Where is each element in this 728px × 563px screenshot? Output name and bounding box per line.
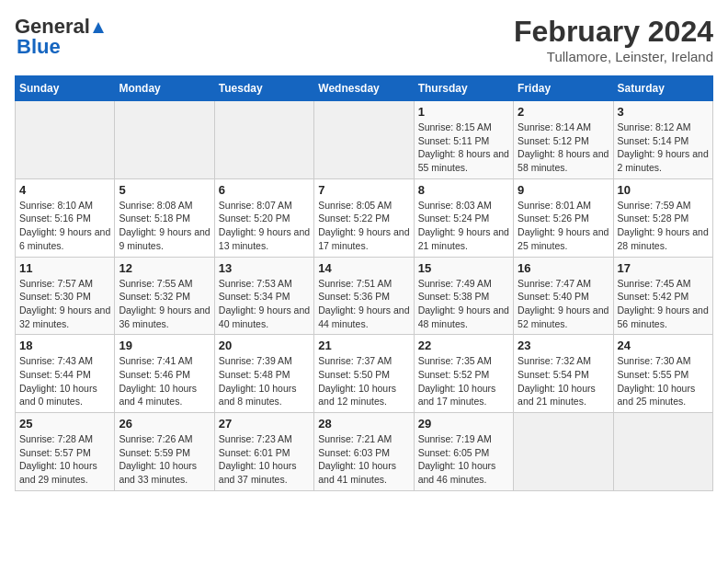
day-info: Sunrise: 7:55 AM Sunset: 5:32 PM Dayligh…: [119, 277, 210, 331]
day-number: 1: [418, 105, 509, 119]
calendar-cell: 8Sunrise: 8:03 AM Sunset: 5:24 PM Daylig…: [414, 178, 513, 257]
day-number: 25: [19, 417, 110, 431]
day-number: 27: [219, 417, 310, 431]
calendar-cell: 7Sunrise: 8:05 AM Sunset: 5:22 PM Daylig…: [314, 178, 414, 257]
calendar-subtitle: Tullamore, Leinster, Ireland: [514, 49, 713, 64]
day-number: 23: [518, 339, 609, 352]
calendar-cell: 2Sunrise: 8:14 AM Sunset: 5:12 PM Daylig…: [514, 101, 613, 179]
day-number: 8: [418, 183, 509, 197]
day-number: 16: [518, 261, 609, 275]
header: General Blue February 2024 Tullamore, Le…: [15, 15, 713, 64]
day-number: 22: [418, 339, 509, 352]
calendar-cell: 27Sunrise: 7:23 AM Sunset: 6:01 PM Dayli…: [214, 413, 313, 491]
day-info: Sunrise: 7:37 AM Sunset: 5:50 PM Dayligh…: [318, 354, 409, 408]
day-number: 7: [318, 183, 409, 197]
calendar-cell: 15Sunrise: 7:49 AM Sunset: 5:38 PM Dayli…: [414, 257, 513, 335]
day-header-monday: Monday: [115, 76, 214, 101]
day-number: 20: [219, 339, 310, 352]
calendar-cell: 6Sunrise: 8:07 AM Sunset: 5:20 PM Daylig…: [214, 178, 313, 257]
calendar-cell: [514, 413, 613, 491]
calendar-cell: 20Sunrise: 7:39 AM Sunset: 5:48 PM Dayli…: [214, 335, 313, 413]
day-info: Sunrise: 7:30 AM Sunset: 5:55 PM Dayligh…: [618, 354, 709, 408]
day-number: 28: [318, 417, 409, 431]
day-info: Sunrise: 7:26 AM Sunset: 5:59 PM Dayligh…: [119, 432, 210, 487]
day-info: Sunrise: 7:41 AM Sunset: 5:46 PM Dayligh…: [119, 354, 210, 408]
calendar-cell: [115, 101, 214, 179]
day-info: Sunrise: 7:59 AM Sunset: 5:28 PM Dayligh…: [618, 199, 709, 253]
calendar-cell: 10Sunrise: 7:59 AM Sunset: 5:28 PM Dayli…: [613, 178, 712, 257]
title-area: February 2024 Tullamore, Leinster, Irela…: [514, 15, 713, 64]
day-number: 17: [618, 261, 709, 275]
day-number: 26: [119, 417, 210, 431]
day-info: Sunrise: 7:35 AM Sunset: 5:52 PM Dayligh…: [418, 354, 509, 408]
day-info: Sunrise: 7:51 AM Sunset: 5:36 PM Dayligh…: [318, 277, 409, 331]
calendar-cell: 25Sunrise: 7:28 AM Sunset: 5:57 PM Dayli…: [16, 413, 115, 491]
svg-marker-0: [93, 22, 104, 33]
calendar-cell: 1Sunrise: 8:15 AM Sunset: 5:11 PM Daylig…: [414, 101, 513, 179]
day-number: 24: [618, 339, 709, 352]
calendar-cell: 11Sunrise: 7:57 AM Sunset: 5:30 PM Dayli…: [16, 257, 115, 335]
day-number: 14: [318, 261, 409, 275]
day-info: Sunrise: 8:01 AM Sunset: 5:26 PM Dayligh…: [518, 199, 609, 253]
day-number: 5: [119, 183, 210, 197]
day-info: Sunrise: 8:08 AM Sunset: 5:18 PM Dayligh…: [119, 199, 210, 253]
day-number: 9: [518, 183, 609, 197]
day-number: 3: [618, 105, 709, 119]
week-row-5: 25Sunrise: 7:28 AM Sunset: 5:57 PM Dayli…: [16, 413, 713, 491]
day-number: 12: [119, 261, 210, 275]
calendar-cell: 28Sunrise: 7:21 AM Sunset: 6:03 PM Dayli…: [314, 413, 414, 491]
day-header-friday: Friday: [514, 76, 613, 101]
calendar-cell: 18Sunrise: 7:43 AM Sunset: 5:44 PM Dayli…: [16, 335, 115, 413]
calendar-cell: 9Sunrise: 8:01 AM Sunset: 5:26 PM Daylig…: [514, 178, 613, 257]
day-number: 21: [318, 339, 409, 352]
calendar-cell: 19Sunrise: 7:41 AM Sunset: 5:46 PM Dayli…: [115, 335, 214, 413]
week-row-2: 4Sunrise: 8:10 AM Sunset: 5:16 PM Daylig…: [16, 178, 713, 257]
day-info: Sunrise: 7:47 AM Sunset: 5:40 PM Dayligh…: [518, 277, 609, 331]
day-header-tuesday: Tuesday: [214, 76, 313, 101]
calendar-cell: [613, 413, 712, 491]
day-number: 6: [219, 183, 310, 197]
day-info: Sunrise: 8:15 AM Sunset: 5:11 PM Dayligh…: [418, 121, 509, 175]
day-number: 15: [418, 261, 509, 275]
day-number: 2: [518, 105, 609, 119]
day-info: Sunrise: 7:57 AM Sunset: 5:30 PM Dayligh…: [19, 277, 110, 331]
day-info: Sunrise: 8:14 AM Sunset: 5:12 PM Dayligh…: [518, 121, 609, 175]
day-info: Sunrise: 7:43 AM Sunset: 5:44 PM Dayligh…: [19, 354, 110, 408]
week-row-4: 18Sunrise: 7:43 AM Sunset: 5:44 PM Dayli…: [16, 335, 713, 413]
day-header-sunday: Sunday: [16, 76, 115, 101]
day-info: Sunrise: 8:05 AM Sunset: 5:22 PM Dayligh…: [318, 199, 409, 253]
day-header-wednesday: Wednesday: [314, 76, 414, 101]
calendar-cell: 24Sunrise: 7:30 AM Sunset: 5:55 PM Dayli…: [613, 335, 712, 413]
day-header-thursday: Thursday: [414, 76, 513, 101]
calendar-cell: [214, 101, 313, 179]
day-info: Sunrise: 7:39 AM Sunset: 5:48 PM Dayligh…: [219, 354, 310, 408]
calendar-title: February 2024: [514, 15, 713, 49]
day-info: Sunrise: 8:03 AM Sunset: 5:24 PM Dayligh…: [418, 199, 509, 253]
week-row-1: 1Sunrise: 8:15 AM Sunset: 5:11 PM Daylig…: [16, 101, 713, 179]
day-info: Sunrise: 7:19 AM Sunset: 6:05 PM Dayligh…: [418, 432, 509, 487]
calendar-cell: 21Sunrise: 7:37 AM Sunset: 5:50 PM Dayli…: [314, 335, 414, 413]
day-info: Sunrise: 7:28 AM Sunset: 5:57 PM Dayligh…: [19, 432, 110, 487]
calendar-cell: [16, 101, 115, 179]
day-info: Sunrise: 8:10 AM Sunset: 5:16 PM Dayligh…: [19, 199, 110, 253]
calendar-cell: 13Sunrise: 7:53 AM Sunset: 5:34 PM Dayli…: [214, 257, 313, 335]
day-number: 18: [19, 339, 110, 352]
calendar-cell: 17Sunrise: 7:45 AM Sunset: 5:42 PM Dayli…: [613, 257, 712, 335]
days-header-row: SundayMondayTuesdayWednesdayThursdayFrid…: [16, 76, 713, 101]
day-number: 19: [119, 339, 210, 352]
day-number: 13: [219, 261, 310, 275]
calendar-cell: [314, 101, 414, 179]
day-info: Sunrise: 7:21 AM Sunset: 6:03 PM Dayligh…: [318, 432, 409, 487]
day-info: Sunrise: 8:12 AM Sunset: 5:14 PM Dayligh…: [618, 121, 709, 175]
day-info: Sunrise: 7:49 AM Sunset: 5:38 PM Dayligh…: [418, 277, 509, 331]
logo-blue-text: Blue: [15, 35, 61, 59]
day-number: 4: [19, 183, 110, 197]
calendar-cell: 3Sunrise: 8:12 AM Sunset: 5:14 PM Daylig…: [613, 101, 712, 179]
day-header-saturday: Saturday: [613, 76, 712, 101]
calendar-cell: 22Sunrise: 7:35 AM Sunset: 5:52 PM Dayli…: [414, 335, 513, 413]
day-number: 11: [19, 261, 110, 275]
calendar-cell: 26Sunrise: 7:26 AM Sunset: 5:59 PM Dayli…: [115, 413, 214, 491]
day-info: Sunrise: 7:53 AM Sunset: 5:34 PM Dayligh…: [219, 277, 310, 331]
calendar-cell: 14Sunrise: 7:51 AM Sunset: 5:36 PM Dayli…: [314, 257, 414, 335]
calendar-cell: 16Sunrise: 7:47 AM Sunset: 5:40 PM Dayli…: [514, 257, 613, 335]
